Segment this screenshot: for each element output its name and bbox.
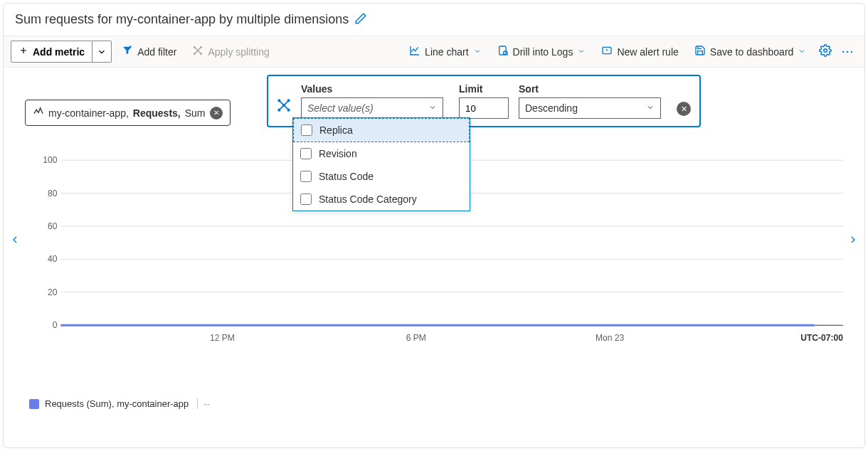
remove-metric-icon[interactable]: ✕ — [210, 107, 223, 120]
metric-chip[interactable]: my-container-app, Requests, Sum ✕ — [25, 100, 231, 126]
toolbar: Add metric Add filter Apply splitting Li… — [4, 36, 864, 68]
legend-label: Requests (Sum), my-container-app — [45, 398, 189, 409]
svg-text:100: 100 — [43, 155, 57, 165]
svg-text:20: 20 — [48, 287, 58, 297]
chevron-down-icon — [798, 46, 806, 58]
metric-icon — [33, 106, 44, 120]
metric-agg: Sum — [185, 107, 206, 119]
add-metric-button[interactable]: Add metric — [11, 41, 92, 63]
svg-text:UTC-07:00: UTC-07:00 — [800, 333, 843, 343]
chart-next-icon[interactable] — [847, 231, 859, 252]
add-metric-label: Add metric — [33, 46, 85, 58]
svg-text:Mon 23: Mon 23 — [596, 333, 625, 343]
x-axis-labels: 12 PM 6 PM Mon 23 UTC-07:00 — [210, 333, 843, 343]
more-icon[interactable]: ··· — [839, 43, 857, 60]
filter-icon — [122, 45, 133, 58]
legend-swatch — [29, 399, 39, 409]
drill-logs-button[interactable]: Drill into Logs — [492, 41, 592, 63]
svg-text:0: 0 — [53, 320, 58, 330]
close-split-icon[interactable]: ✕ — [677, 102, 691, 116]
checkbox[interactable] — [300, 193, 312, 205]
add-filter-label: Add filter — [137, 46, 176, 58]
option-label: Status Code — [319, 171, 374, 182]
y-axis-labels: 100 80 60 40 20 0 — [43, 155, 57, 330]
metric-resource: my-container-app, — [48, 107, 129, 119]
checkbox[interactable] — [300, 171, 312, 182]
option-label: Revision — [319, 148, 357, 159]
checkbox[interactable] — [301, 124, 312, 136]
svg-text:80: 80 — [48, 189, 58, 198]
chart-title: Sum requests for my-container-app by mul… — [15, 12, 349, 27]
add-filter-button[interactable]: Add filter — [116, 41, 182, 63]
values-select[interactable]: Select value(s) — [301, 97, 443, 119]
chevron-down-icon — [646, 102, 655, 114]
title-row: Sum requests for my-container-app by mul… — [4, 4, 864, 36]
chart-prev-icon[interactable] — [9, 231, 21, 252]
svg-text:12 PM: 12 PM — [210, 333, 235, 343]
chevron-down-icon — [473, 46, 482, 58]
values-placeholder: Select value(s) — [307, 102, 374, 114]
plus-icon — [18, 46, 28, 58]
metric-name: Requests, — [133, 107, 181, 119]
dropdown-item-replica[interactable]: Replica — [293, 118, 470, 142]
line-chart-label: Line chart — [425, 46, 468, 58]
apply-splitting-button: Apply splitting — [186, 41, 275, 63]
split-icon — [277, 98, 291, 115]
svg-point-7 — [824, 49, 827, 53]
add-metric-group: Add metric — [11, 41, 112, 63]
option-label: Status Code Category — [319, 193, 417, 205]
sort-select[interactable]: Descending — [519, 97, 661, 119]
chevron-down-icon — [428, 102, 437, 114]
save-dashboard-button[interactable]: Save to dashboard — [689, 41, 813, 63]
svg-text:6 PM: 6 PM — [406, 333, 426, 343]
checkbox[interactable] — [300, 148, 312, 159]
splitting-icon — [192, 45, 203, 58]
alert-icon — [601, 45, 613, 58]
dropdown-item-revision[interactable]: Revision — [293, 142, 470, 165]
line-chart-icon — [409, 45, 420, 58]
limit-label: Limit — [459, 83, 509, 95]
logs-icon — [497, 45, 509, 58]
new-alert-label: New alert rule — [617, 46, 678, 58]
save-icon — [694, 45, 706, 58]
settings-icon[interactable] — [816, 41, 835, 62]
chart-area: my-container-app, Requests, Sum ✕ Values… — [4, 68, 864, 423]
new-alert-button[interactable]: New alert rule — [596, 41, 684, 63]
legend-value: -- — [197, 398, 210, 409]
values-label: Values — [301, 83, 449, 95]
chevron-down-icon — [577, 46, 586, 58]
svg-text:60: 60 — [48, 221, 58, 231]
svg-text:40: 40 — [48, 254, 58, 264]
values-dropdown: Replica Revision Status Code Status Code… — [292, 117, 470, 211]
dropdown-item-status-code-category[interactable]: Status Code Category — [293, 188, 470, 211]
metrics-card: Sum requests for my-container-app by mul… — [3, 3, 865, 448]
legend: Requests (Sum), my-container-app -- — [29, 398, 210, 409]
limit-input[interactable] — [459, 97, 509, 119]
drill-logs-label: Drill into Logs — [513, 46, 573, 58]
save-dashboard-label: Save to dashboard — [710, 46, 794, 58]
option-label: Replica — [319, 124, 353, 136]
edit-title-icon[interactable] — [354, 12, 367, 27]
line-chart-button[interactable]: Line chart — [403, 41, 487, 63]
svg-rect-4 — [499, 46, 505, 55]
sort-value: Descending — [525, 102, 578, 114]
dropdown-item-status-code[interactable]: Status Code — [293, 165, 470, 188]
apply-splitting-label: Apply splitting — [208, 46, 269, 58]
add-metric-chevron[interactable] — [92, 41, 112, 63]
sort-label: Sort — [519, 83, 667, 95]
